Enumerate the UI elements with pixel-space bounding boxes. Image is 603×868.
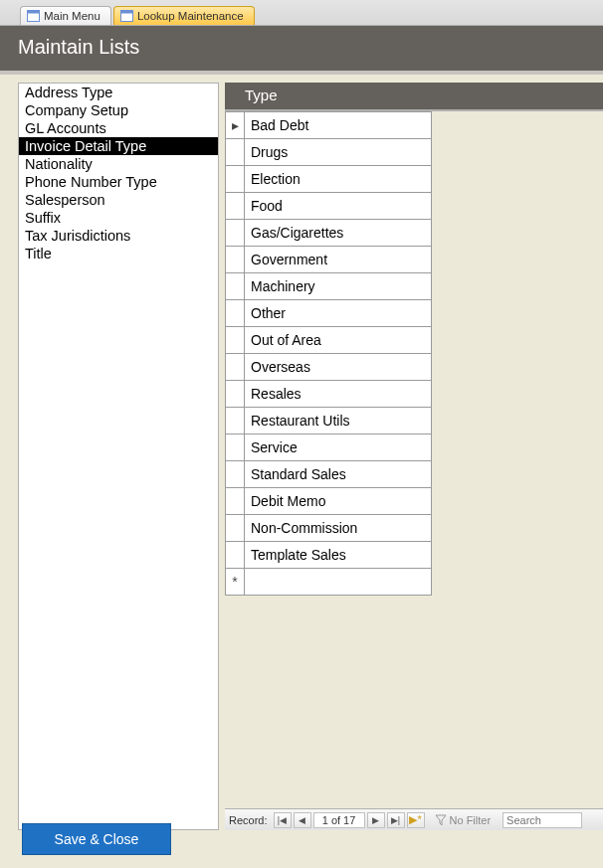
nav-next-button[interactable]: ▶ [367,812,385,828]
table-row-new[interactable]: * [226,569,432,596]
row-selector[interactable] [226,220,245,247]
table-row[interactable]: Restaurant Utils [226,408,432,434]
data-cell[interactable]: Restaurant Utils [245,408,432,434]
row-selector[interactable] [226,300,245,327]
data-cell[interactable]: Government [245,247,432,273]
data-cell[interactable]: Machinery [245,273,432,300]
save-close-button[interactable]: Save & Close [22,823,171,855]
table-row[interactable]: Election [226,166,432,193]
datasheet-table: ▸Bad DebtDrugsElectionFoodGas/Cigarettes… [225,111,432,596]
list-item[interactable]: Nationality [19,155,218,173]
record-navigator: Record: |◀ ◀ 1 of 17 ▶ ▶| ▶* No Filter [225,808,603,830]
row-selector[interactable] [226,434,245,461]
nav-last-button[interactable]: ▶| [387,812,405,828]
funnel-icon [435,814,447,826]
data-cell[interactable]: Service [245,434,432,461]
data-cell[interactable]: Bad Debt [245,112,432,139]
datasheet-panel: Type ▸Bad DebtDrugsElectionFoodGas/Cigar… [225,83,603,830]
data-cell[interactable]: Debit Memo [245,488,432,515]
svg-rect-3 [120,10,133,13]
row-selector[interactable] [226,488,245,515]
datasheet-body: ▸Bad DebtDrugsElectionFoodGas/Cigarettes… [225,111,603,808]
row-selector[interactable] [226,273,245,300]
row-selector[interactable] [226,461,245,488]
data-cell[interactable]: Standard Sales [245,461,432,488]
row-selector[interactable]: ▸ [226,112,245,139]
row-selector[interactable] [226,327,245,354]
row-selector[interactable] [226,166,245,193]
table-row[interactable]: Food [226,193,432,220]
row-selector[interactable] [226,381,245,408]
record-label: Record: [229,814,268,826]
table-row[interactable]: Resales [226,381,432,408]
filter-label: No Filter [450,814,492,826]
lookup-list[interactable]: Address TypeCompany SetupGL AccountsInvo… [18,83,219,830]
list-item[interactable]: Invoice Detail Type [19,137,218,155]
data-cell[interactable]: Overseas [245,354,432,381]
row-selector[interactable] [226,193,245,220]
tab-strip: Main Menu Lookup Maintenance [0,0,603,26]
data-cell[interactable]: Non-Commission [245,515,432,542]
search-input[interactable] [502,812,582,828]
record-position[interactable]: 1 of 17 [313,812,365,828]
row-selector-new[interactable]: * [226,569,245,596]
form-icon [27,10,40,22]
data-cell[interactable]: Election [245,166,432,193]
svg-rect-1 [27,10,40,13]
data-cell[interactable]: Template Sales [245,542,432,569]
data-cell[interactable]: Drugs [245,139,432,166]
table-row[interactable]: Machinery [226,273,432,300]
row-selector[interactable] [226,139,245,166]
table-row[interactable]: Gas/Cigarettes [226,220,432,247]
list-item[interactable]: Address Type [19,84,218,101]
list-item[interactable]: Salesperson [19,191,218,209]
tab-lookup-maintenance[interactable]: Lookup Maintenance [113,6,255,25]
list-item[interactable]: GL Accounts [19,119,218,137]
data-cell[interactable]: Gas/Cigarettes [245,220,432,247]
data-cell[interactable]: Resales [245,381,432,408]
list-item[interactable]: Company Setup [19,101,218,119]
page-title-bar: Maintain Lists [0,26,603,75]
row-selector[interactable] [226,515,245,542]
table-row[interactable]: Out of Area [226,327,432,354]
table-row[interactable]: Drugs [226,139,432,166]
data-cell[interactable]: Food [245,193,432,220]
row-selector[interactable] [226,247,245,273]
datasheet-column-header[interactable]: Type [225,83,603,111]
nav-new-button[interactable]: ▶* [407,812,425,828]
table-row[interactable]: ▸Bad Debt [226,112,432,139]
row-selector[interactable] [226,354,245,381]
list-item[interactable]: Title [19,245,218,262]
row-selector[interactable] [226,542,245,569]
filter-indicator[interactable]: No Filter [435,814,492,826]
nav-prev-button[interactable]: ◀ [294,812,311,828]
tab-label: Lookup Maintenance [137,10,244,22]
list-item[interactable]: Phone Number Type [19,173,218,191]
data-cell[interactable] [245,569,432,596]
page-title: Maintain Lists [18,36,139,58]
table-row[interactable]: Government [226,247,432,273]
tab-main-menu[interactable]: Main Menu [20,6,111,25]
data-cell[interactable]: Other [245,300,432,327]
list-item[interactable]: Tax Jurisdictions [19,227,218,245]
list-item[interactable]: Suffix [19,209,218,227]
table-row[interactable]: Standard Sales [226,461,432,488]
data-cell[interactable]: Out of Area [245,327,432,354]
tab-label: Main Menu [44,10,100,22]
table-row[interactable]: Service [226,434,432,461]
content-area: Address TypeCompany SetupGL AccountsInvo… [0,75,603,830]
row-selector[interactable] [226,408,245,434]
table-row[interactable]: Overseas [226,354,432,381]
table-row[interactable]: Other [226,300,432,327]
table-row[interactable]: Non-Commission [226,515,432,542]
table-row[interactable]: Debit Memo [226,488,432,515]
table-row[interactable]: Template Sales [226,542,432,569]
nav-first-button[interactable]: |◀ [274,812,292,828]
form-icon [120,10,133,22]
